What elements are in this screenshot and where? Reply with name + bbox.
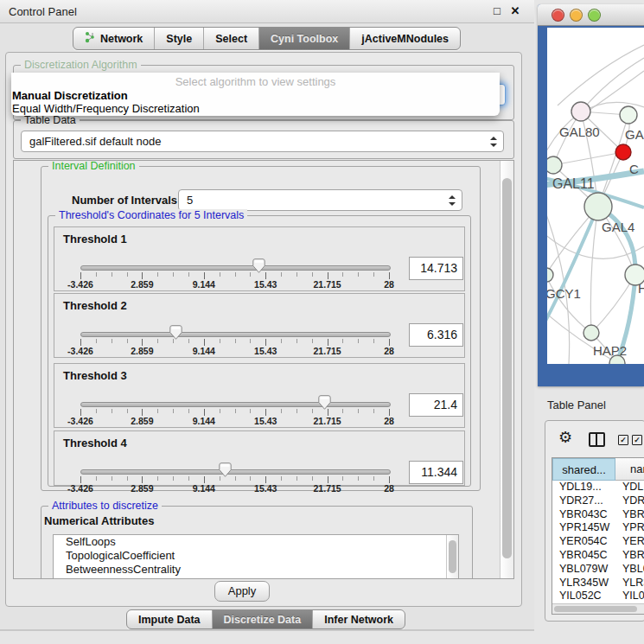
table-panel: ⚙ ✓ ✓ shared... name YDL19...YDL19...YDR… [545,420,644,622]
slider-thumb[interactable] [252,258,265,277]
table-row[interactable]: YPR145WYPR145W [552,521,644,535]
slider-track[interactable] [80,265,391,271]
table-data-combobox[interactable]: galFiltered.sif default node [21,131,504,152]
float-window-icon[interactable]: □ [490,4,504,17]
tab-infer-network[interactable]: Infer Network [313,610,405,628]
tick-label: -3.426 [67,483,93,494]
node-gal4[interactable] [584,193,612,220]
table-row[interactable]: YLR345WYLR345W [552,577,644,590]
tick-label: 9.144 [193,483,215,494]
list-scrollbar-track[interactable] [446,535,458,579]
node-label: GA [625,127,644,142]
node-hap2[interactable] [583,325,599,341]
tick-label: 28 [384,416,394,426]
slider-tick [312,476,313,481]
zoom-button[interactable] [588,9,601,22]
attribute-item[interactable]: TopologicalCoefficient [54,549,458,563]
slider-thumb[interactable] [318,395,331,413]
attributes-group: Attributes to discretize Numerical Attri… [41,506,473,579]
slider-tick [250,476,251,481]
settings-scrollbar-thumb[interactable] [502,178,512,558]
tick-label: -3.426 [67,416,93,426]
attribute-item[interactable]: BetweennessCentrality [54,563,458,577]
network-window-titlebar[interactable] [538,4,644,26]
slider-tick [235,409,236,413]
slider-thumb[interactable] [169,325,182,343]
cell-shared-name: YBL079W [559,563,608,577]
table-row[interactable]: YDL19...YDL19... [552,481,644,494]
tick-label: 9.144 [193,346,215,356]
network-edge [581,58,644,112]
slider-tick [342,409,343,413]
gear-icon[interactable]: ⚙ [558,428,572,447]
slider-track[interactable] [80,332,391,337]
algorithm-option[interactable]: Equal Width/Frequency Discretization [12,102,496,115]
threshold-value-field[interactable]: 21.4 [409,393,463,417]
cell-name: YDL19... [622,481,644,494]
checkbox-icon[interactable]: ✓ [632,435,642,445]
checkbox-icon[interactable]: ✓ [618,435,628,445]
tab-discretize-data[interactable]: Discretize Data [213,610,314,628]
settings-scroll-pane: Interval Definition Number of Intervals … [13,160,514,579]
table-row[interactable]: YDR27...YDR27... [552,494,644,508]
slider-tick [173,409,174,413]
slider-track[interactable] [80,402,391,407]
slider-tick [142,272,143,279]
table-row[interactable]: YBR043CYBR043C [552,508,644,522]
node-label: GAL11 [552,176,595,191]
tab-network[interactable]: Network [73,28,155,49]
network-graph: GAL80GACGAL11GAL4GCY1HHAP2 [547,28,644,364]
apply-button[interactable]: Apply [214,581,270,602]
tick-label: 2.859 [131,483,153,494]
tab-cyni-toolbox[interactable]: Cyni Toolbox [259,28,350,49]
tab-impute-data[interactable]: Impute Data [127,610,213,628]
node-selected-red[interactable] [615,144,631,160]
table-row[interactable]: YBR045CYBR045C [552,549,644,563]
threshold-value-field[interactable]: 6.316 [409,323,463,347]
number-of-intervals-combobox[interactable]: 5 [178,189,462,211]
close-window-icon[interactable]: ✕ [508,4,522,17]
slider-tick [157,476,158,481]
settings-scrollbar-track[interactable] [500,161,514,578]
tick-label: -3.426 [67,346,93,356]
slider-thumb[interactable] [219,462,232,481]
list-scrollbar-thumb[interactable] [449,540,456,573]
threshold-value-field[interactable]: 11.344 [409,461,463,484]
node-gal11[interactable] [547,156,562,174]
numerical-attributes-list[interactable]: SelfLoopsTopologicalCoefficientBetweenne… [53,534,459,579]
slider-tick [127,339,128,343]
table-data-label: Table Data [21,114,80,126]
algorithm-option[interactable]: Manual Discretization [12,89,496,102]
tick-label: 21.715 [314,416,341,426]
close-button[interactable] [552,9,564,22]
slider-tick [127,476,128,481]
table-hscrollbar-thumb[interactable] [554,606,637,612]
tab-style[interactable]: Style [155,28,204,49]
column-header-name[interactable]: name [615,458,644,481]
tab-jactivemnodules[interactable]: jActiveMNodules [350,28,460,49]
table-row[interactable]: YER054CYER054C [552,535,644,549]
slider-tick [312,409,313,413]
table-row[interactable]: YBL079WYBL079W [552,563,644,577]
cell-shared-name: YER054C [559,535,608,549]
split-column-icon[interactable] [589,432,605,447]
minimize-button[interactable] [570,9,583,22]
node-top-right[interactable] [620,106,637,124]
tab-label: Impute Data [138,614,201,626]
threshold-box: Threshold 4-3.4262.8599.14415.4321.71528… [54,430,465,486]
column-header-shared-name[interactable]: shared... [552,458,615,481]
table-row[interactable]: YIL052CYIL052C [552,590,644,603]
cell-shared-name: YDR27... [559,494,603,508]
network-canvas[interactable]: GAL80GACGAL11GAL4GCY1HHAP2 [547,28,644,364]
tab-select[interactable]: Select [204,28,259,49]
cell-name: YBR043C [622,508,644,522]
control-panel-tabbar: NetworkStyleSelectCyni ToolboxjActiveMNo… [73,27,461,50]
slider-track[interactable] [80,469,391,475]
tick-label: 15.43 [254,416,277,426]
node-gal80[interactable] [571,102,590,121]
attribute-item[interactable]: SelfLoops [54,535,458,549]
table-hscrollbar-track[interactable] [552,603,644,614]
node-gcy1[interactable] [547,268,553,282]
cyni-mode-tabbar: Impute DataDiscretize DataInfer Network [126,609,405,629]
threshold-value-field[interactable]: 14.713 [409,257,463,280]
